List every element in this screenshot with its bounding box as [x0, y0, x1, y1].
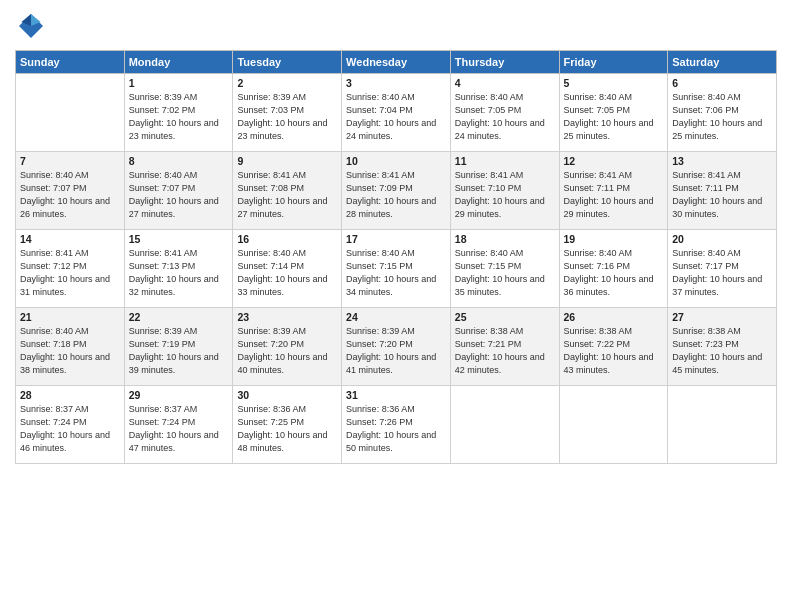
calendar-cell: 8Sunrise: 8:40 AMSunset: 7:07 PMDaylight… — [124, 152, 233, 230]
cell-text: Sunrise: 8:40 AMSunset: 7:14 PMDaylight:… — [237, 247, 337, 299]
calendar-cell: 20Sunrise: 8:40 AMSunset: 7:17 PMDayligh… — [668, 230, 777, 308]
cell-text: Sunrise: 8:38 AMSunset: 7:23 PMDaylight:… — [672, 325, 772, 377]
cell-text: Sunrise: 8:41 AMSunset: 7:11 PMDaylight:… — [564, 169, 664, 221]
cell-text: Sunrise: 8:40 AMSunset: 7:18 PMDaylight:… — [20, 325, 120, 377]
calendar-week-3: 14Sunrise: 8:41 AMSunset: 7:12 PMDayligh… — [16, 230, 777, 308]
day-number: 4 — [455, 77, 555, 89]
calendar-cell: 2Sunrise: 8:39 AMSunset: 7:03 PMDaylight… — [233, 74, 342, 152]
calendar-cell: 25Sunrise: 8:38 AMSunset: 7:21 PMDayligh… — [450, 308, 559, 386]
header-cell-friday: Friday — [559, 51, 668, 74]
cell-text: Sunrise: 8:41 AMSunset: 7:11 PMDaylight:… — [672, 169, 772, 221]
calendar-cell: 29Sunrise: 8:37 AMSunset: 7:24 PMDayligh… — [124, 386, 233, 464]
day-number: 26 — [564, 311, 664, 323]
day-number: 17 — [346, 233, 446, 245]
cell-text: Sunrise: 8:39 AMSunset: 7:03 PMDaylight:… — [237, 91, 337, 143]
day-number: 11 — [455, 155, 555, 167]
day-number: 20 — [672, 233, 772, 245]
day-number: 15 — [129, 233, 229, 245]
cell-text: Sunrise: 8:41 AMSunset: 7:08 PMDaylight:… — [237, 169, 337, 221]
calendar-cell: 6Sunrise: 8:40 AMSunset: 7:06 PMDaylight… — [668, 74, 777, 152]
day-number: 25 — [455, 311, 555, 323]
calendar-cell: 3Sunrise: 8:40 AMSunset: 7:04 PMDaylight… — [342, 74, 451, 152]
calendar-cell — [450, 386, 559, 464]
cell-text: Sunrise: 8:37 AMSunset: 7:24 PMDaylight:… — [129, 403, 229, 455]
cell-text: Sunrise: 8:40 AMSunset: 7:16 PMDaylight:… — [564, 247, 664, 299]
day-number: 28 — [20, 389, 120, 401]
day-number: 9 — [237, 155, 337, 167]
cell-text: Sunrise: 8:38 AMSunset: 7:22 PMDaylight:… — [564, 325, 664, 377]
cell-text: Sunrise: 8:36 AMSunset: 7:25 PMDaylight:… — [237, 403, 337, 455]
calendar-header: SundayMondayTuesdayWednesdayThursdayFrid… — [16, 51, 777, 74]
calendar-cell: 13Sunrise: 8:41 AMSunset: 7:11 PMDayligh… — [668, 152, 777, 230]
day-number: 3 — [346, 77, 446, 89]
calendar-cell: 1Sunrise: 8:39 AMSunset: 7:02 PMDaylight… — [124, 74, 233, 152]
cell-text: Sunrise: 8:39 AMSunset: 7:20 PMDaylight:… — [346, 325, 446, 377]
calendar-cell: 21Sunrise: 8:40 AMSunset: 7:18 PMDayligh… — [16, 308, 125, 386]
calendar-cell: 4Sunrise: 8:40 AMSunset: 7:05 PMDaylight… — [450, 74, 559, 152]
cell-text: Sunrise: 8:41 AMSunset: 7:09 PMDaylight:… — [346, 169, 446, 221]
day-number: 22 — [129, 311, 229, 323]
day-number: 12 — [564, 155, 664, 167]
calendar-cell: 30Sunrise: 8:36 AMSunset: 7:25 PMDayligh… — [233, 386, 342, 464]
header-cell-tuesday: Tuesday — [233, 51, 342, 74]
calendar-cell: 31Sunrise: 8:36 AMSunset: 7:26 PMDayligh… — [342, 386, 451, 464]
cell-text: Sunrise: 8:40 AMSunset: 7:07 PMDaylight:… — [20, 169, 120, 221]
page: SundayMondayTuesdayWednesdayThursdayFrid… — [0, 0, 792, 612]
day-number: 2 — [237, 77, 337, 89]
logo-icon — [15, 10, 47, 42]
logo — [15, 10, 51, 42]
day-number: 8 — [129, 155, 229, 167]
day-number: 19 — [564, 233, 664, 245]
calendar-cell: 12Sunrise: 8:41 AMSunset: 7:11 PMDayligh… — [559, 152, 668, 230]
calendar-cell: 28Sunrise: 8:37 AMSunset: 7:24 PMDayligh… — [16, 386, 125, 464]
cell-text: Sunrise: 8:38 AMSunset: 7:21 PMDaylight:… — [455, 325, 555, 377]
calendar-cell — [16, 74, 125, 152]
cell-text: Sunrise: 8:40 AMSunset: 7:17 PMDaylight:… — [672, 247, 772, 299]
header-cell-wednesday: Wednesday — [342, 51, 451, 74]
header-cell-saturday: Saturday — [668, 51, 777, 74]
header-cell-monday: Monday — [124, 51, 233, 74]
calendar-week-4: 21Sunrise: 8:40 AMSunset: 7:18 PMDayligh… — [16, 308, 777, 386]
calendar-week-2: 7Sunrise: 8:40 AMSunset: 7:07 PMDaylight… — [16, 152, 777, 230]
cell-text: Sunrise: 8:39 AMSunset: 7:20 PMDaylight:… — [237, 325, 337, 377]
day-number: 24 — [346, 311, 446, 323]
day-number: 10 — [346, 155, 446, 167]
calendar-cell: 18Sunrise: 8:40 AMSunset: 7:15 PMDayligh… — [450, 230, 559, 308]
day-number: 21 — [20, 311, 120, 323]
cell-text: Sunrise: 8:40 AMSunset: 7:15 PMDaylight:… — [455, 247, 555, 299]
calendar-cell: 7Sunrise: 8:40 AMSunset: 7:07 PMDaylight… — [16, 152, 125, 230]
header-cell-sunday: Sunday — [16, 51, 125, 74]
cell-text: Sunrise: 8:40 AMSunset: 7:05 PMDaylight:… — [564, 91, 664, 143]
day-number: 5 — [564, 77, 664, 89]
cell-text: Sunrise: 8:41 AMSunset: 7:13 PMDaylight:… — [129, 247, 229, 299]
cell-text: Sunrise: 8:39 AMSunset: 7:02 PMDaylight:… — [129, 91, 229, 143]
day-number: 23 — [237, 311, 337, 323]
calendar-week-5: 28Sunrise: 8:37 AMSunset: 7:24 PMDayligh… — [16, 386, 777, 464]
cell-text: Sunrise: 8:40 AMSunset: 7:05 PMDaylight:… — [455, 91, 555, 143]
header-row: SundayMondayTuesdayWednesdayThursdayFrid… — [16, 51, 777, 74]
calendar-cell: 10Sunrise: 8:41 AMSunset: 7:09 PMDayligh… — [342, 152, 451, 230]
day-number: 18 — [455, 233, 555, 245]
calendar-cell: 26Sunrise: 8:38 AMSunset: 7:22 PMDayligh… — [559, 308, 668, 386]
calendar-cell — [559, 386, 668, 464]
day-number: 29 — [129, 389, 229, 401]
day-number: 14 — [20, 233, 120, 245]
calendar-cell: 17Sunrise: 8:40 AMSunset: 7:15 PMDayligh… — [342, 230, 451, 308]
day-number: 27 — [672, 311, 772, 323]
cell-text: Sunrise: 8:40 AMSunset: 7:06 PMDaylight:… — [672, 91, 772, 143]
calendar-cell — [668, 386, 777, 464]
day-number: 1 — [129, 77, 229, 89]
cell-text: Sunrise: 8:39 AMSunset: 7:19 PMDaylight:… — [129, 325, 229, 377]
header — [15, 10, 777, 42]
calendar-cell: 24Sunrise: 8:39 AMSunset: 7:20 PMDayligh… — [342, 308, 451, 386]
calendar-body: 1Sunrise: 8:39 AMSunset: 7:02 PMDaylight… — [16, 74, 777, 464]
calendar-cell: 9Sunrise: 8:41 AMSunset: 7:08 PMDaylight… — [233, 152, 342, 230]
calendar-cell: 15Sunrise: 8:41 AMSunset: 7:13 PMDayligh… — [124, 230, 233, 308]
calendar-cell: 22Sunrise: 8:39 AMSunset: 7:19 PMDayligh… — [124, 308, 233, 386]
day-number: 16 — [237, 233, 337, 245]
day-number: 30 — [237, 389, 337, 401]
day-number: 13 — [672, 155, 772, 167]
cell-text: Sunrise: 8:40 AMSunset: 7:15 PMDaylight:… — [346, 247, 446, 299]
cell-text: Sunrise: 8:40 AMSunset: 7:07 PMDaylight:… — [129, 169, 229, 221]
day-number: 31 — [346, 389, 446, 401]
